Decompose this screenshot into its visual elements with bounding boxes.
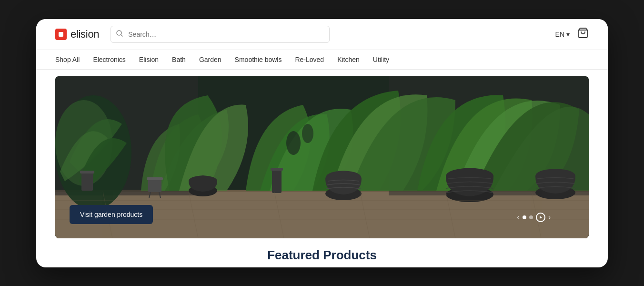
header: elision EN ▾: [36, 19, 608, 50]
svg-rect-13: [80, 171, 94, 174]
hero-next-button[interactable]: ›: [548, 213, 551, 222]
logo-area[interactable]: elision: [55, 28, 99, 41]
main-nav: Shop All Electronics Elision Bath Garden…: [36, 50, 608, 70]
language-label: EN: [555, 31, 564, 38]
search-icon: [116, 30, 123, 38]
nav-item-garden[interactable]: Garden: [199, 50, 221, 69]
search-bar: [111, 26, 330, 43]
featured-section: Featured Products: [36, 238, 608, 267]
nav-item-smoothie-bowls[interactable]: Smoothie bowls: [235, 50, 282, 69]
header-right: EN ▾: [555, 27, 589, 41]
nav-item-utility[interactable]: Utility: [373, 50, 389, 69]
hero-play-button[interactable]: [536, 213, 545, 222]
nav-item-re-loved[interactable]: Re-Loved: [295, 50, 324, 69]
nav-item-electronics[interactable]: Electronics: [93, 50, 125, 69]
logo-icon: [55, 29, 67, 40]
hero-background: Visit garden products ‹ ›: [55, 76, 589, 238]
browser-frame: elision EN ▾: [36, 19, 608, 267]
hero-dot-2[interactable]: [529, 215, 533, 219]
svg-rect-19: [272, 169, 282, 193]
featured-title: Featured Products: [55, 248, 589, 263]
svg-rect-15: [147, 177, 163, 180]
nav-item-bath[interactable]: Bath: [172, 50, 186, 69]
cart-button[interactable]: [577, 27, 589, 41]
svg-line-1: [121, 35, 122, 36]
svg-rect-20: [271, 168, 283, 171]
hero-banner: Visit garden products ‹ ›: [55, 76, 589, 238]
svg-marker-33: [540, 216, 542, 219]
chevron-down-icon: ▾: [566, 31, 570, 38]
svg-point-10: [286, 131, 301, 155]
logo-icon-inner: [59, 32, 63, 37]
hero-pagination: ‹ ›: [517, 213, 551, 222]
svg-rect-14: [148, 179, 161, 192]
nav-item-shop-all[interactable]: Shop All: [55, 50, 80, 69]
nav-item-kitchen[interactable]: Kitchen: [337, 50, 360, 69]
svg-rect-12: [81, 172, 93, 191]
hero-cta-button[interactable]: Visit garden products: [70, 205, 153, 224]
language-selector[interactable]: EN ▾: [555, 31, 570, 38]
brand-name: elision: [70, 28, 99, 41]
nav-item-elision[interactable]: Elision: [139, 50, 159, 69]
hero-dot-1[interactable]: [523, 215, 526, 219]
svg-point-11: [302, 124, 313, 143]
hero-prev-button[interactable]: ‹: [517, 213, 519, 222]
search-input[interactable]: [111, 26, 330, 43]
